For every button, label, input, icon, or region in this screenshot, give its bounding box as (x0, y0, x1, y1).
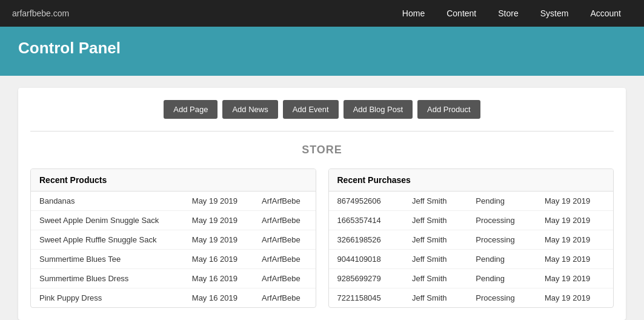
table-row: 9044109018Jeff SmithPendingMay 19 2019 (329, 250, 614, 269)
recent-purchases-header: Recent Purchases (329, 169, 614, 192)
header-area: Control Panel (0, 27, 644, 76)
top-nav: arfarfbebe.com Home Content Store System… (0, 0, 644, 27)
table-row: 7221158045Jeff SmithProcessingMay 19 201… (329, 288, 614, 308)
nav-account[interactable]: Account (579, 0, 632, 27)
table-row: 3266198526Jeff SmithProcessingMay 19 201… (329, 230, 614, 250)
table-row: Summertime Blues TeeMay 16 2019ArfArfBeb… (31, 250, 316, 269)
table-row: Pink Puppy DressMay 16 2019ArfArfBebe (31, 288, 316, 308)
page-title: Control Panel (18, 39, 626, 58)
nav-brand: arfarfbebe.com (12, 8, 391, 18)
add-product-button[interactable]: Add Product (417, 100, 480, 119)
recent-products-table: BandanasMay 19 2019ArfArfBebeSweet Apple… (31, 192, 316, 307)
table-row: 9285699279Jeff SmithPendingMay 19 2019 (329, 269, 614, 288)
table-row: Sweet Apple Ruffle Snuggle SackMay 19 20… (31, 230, 316, 250)
add-news-button[interactable]: Add News (222, 100, 277, 119)
table-row: Summertime Blues DressMay 16 2019ArfArfB… (31, 269, 316, 288)
card: Add Page Add News Add Event Add Blog Pos… (18, 88, 626, 320)
nav-links: Home Content Store System Account (391, 0, 632, 27)
recent-purchases-panel: Recent Purchases 8674952606Jeff SmithPen… (328, 168, 614, 308)
recent-products-header: Recent Products (31, 169, 316, 192)
section-title: STORE (30, 144, 614, 156)
table-row: 1665357414Jeff SmithProcessingMay 19 201… (329, 211, 614, 230)
recent-products-panel: Recent Products BandanasMay 19 2019ArfAr… (30, 168, 316, 308)
add-event-button[interactable]: Add Event (283, 100, 339, 119)
recent-purchases-table: 8674952606Jeff SmithPendingMay 19 201916… (329, 192, 614, 307)
add-blog-post-button[interactable]: Add Blog Post (344, 100, 413, 119)
recent-products-body[interactable]: BandanasMay 19 2019ArfArfBebeSweet Apple… (31, 192, 316, 307)
table-row: Sweet Apple Denim Snuggle SackMay 19 201… (31, 211, 316, 230)
table-row: BandanasMay 19 2019ArfArfBebe (31, 192, 316, 211)
table-row: 8674952606Jeff SmithPendingMay 19 2019 (329, 192, 614, 211)
toolbar: Add Page Add News Add Event Add Blog Pos… (30, 100, 614, 132)
nav-home[interactable]: Home (391, 0, 436, 27)
nav-content[interactable]: Content (436, 0, 487, 27)
add-page-button[interactable]: Add Page (164, 100, 217, 119)
recent-purchases-body[interactable]: 8674952606Jeff SmithPendingMay 19 201916… (329, 192, 614, 307)
two-col-layout: Recent Products BandanasMay 19 2019ArfAr… (30, 168, 614, 308)
main-content: Add Page Add News Add Event Add Blog Pos… (0, 76, 644, 320)
nav-store[interactable]: Store (487, 0, 529, 27)
nav-system[interactable]: System (529, 0, 580, 27)
